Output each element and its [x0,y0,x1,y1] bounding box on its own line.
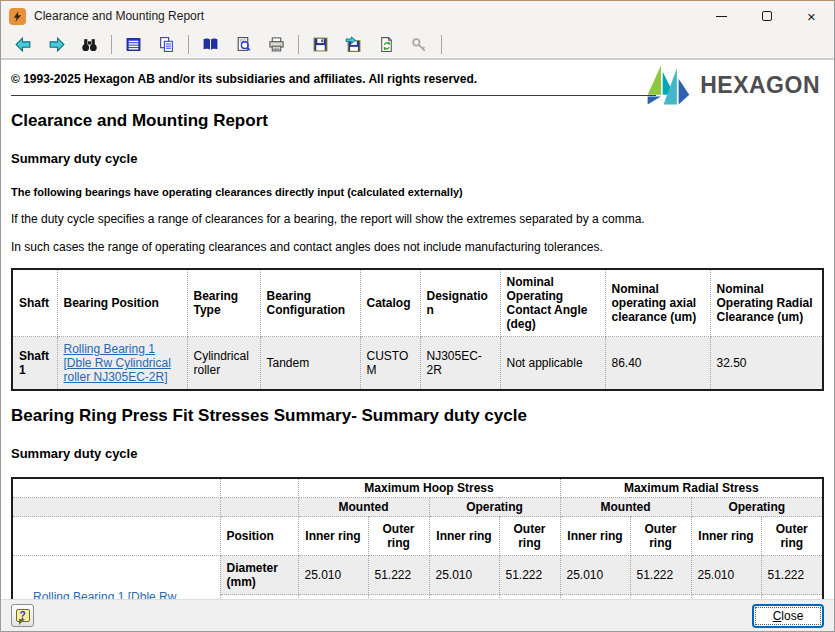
section-heading: Summary duty cycle [11,446,824,461]
diameter-value: 51.222 [630,556,691,595]
save-icon [312,36,329,53]
footer-bar: ? Close [1,599,834,631]
help-icon: ? [16,609,30,622]
titlebar: Clearance and Mounting Report × [1,1,834,31]
bearing-type-cell: Cylindrical roller [187,337,260,391]
book-button[interactable] [197,33,224,57]
shaft-cell: Shaft 1 [12,337,57,391]
toolbar [1,31,834,59]
bearing-link[interactable]: Rolling Bearing 1 [Dble Rw Cylindrical r… [64,342,171,384]
stress-value: -72.254849 [691,595,761,600]
empty-cell [220,498,298,517]
ring-header: Outer ring [499,517,560,556]
diameter-value: 25.010 [298,556,368,595]
diameter-value: 51.222 [499,556,560,595]
stress-value: 0 [368,595,429,600]
section-heading: Summary duty cycle [11,151,824,166]
table-row: Shaft 1 Rolling Bearing 1 [Dble Rw Cylin… [12,337,823,391]
duty-cycle-para-1: If the duty cycle specifies a range of c… [11,212,824,226]
save-button[interactable] [307,33,334,57]
diameter-value: 25.010 [429,556,499,595]
ring-header: Outer ring [630,517,691,556]
diameter-value: 51.222 [761,556,823,595]
save-as-button[interactable] [340,33,367,57]
column-header-row: Position Inner ring Outer ring Inner rin… [12,517,823,556]
hexagon-logo-mark [645,65,691,105]
radial-clearance-cell: 32.50 [710,337,823,391]
column-header: Bearing Configuration [260,269,360,337]
sub-header-row: Mounted Operating Mounted Operating [12,498,823,517]
column-header: Nominal Operating Contact Angle (deg) [500,269,605,337]
hexagon-logo: HEXAGON [645,65,820,105]
report-window: Clearance and Mounting Report × [0,0,835,632]
column-header: Nominal Operating Radial Clearance (um) [710,269,823,337]
stress-value: 0 [630,595,691,600]
close-button[interactable]: Close [752,604,824,628]
ring-header: Inner ring [560,517,630,556]
stress-value: 0 [499,595,560,600]
ring-header: Outer ring [761,517,823,556]
ring-header: Inner ring [691,517,761,556]
minimize-icon [716,16,727,17]
column-header: Bearing Type [187,269,260,337]
help-button[interactable]: ? [11,604,34,627]
find-button[interactable] [76,33,103,57]
copy-button[interactable] [153,33,180,57]
close-icon: × [807,9,816,24]
print-button[interactable] [263,33,290,57]
refresh-page-icon [378,36,395,53]
group-header: Maximum Radial Stress [560,478,823,498]
stress-value: 235.003553 [429,595,499,600]
hexagon-logo-text: HEXAGON [700,72,820,99]
copy-icon [158,36,175,53]
table-header-row: Shaft Bearing Position Bearing Type Bear… [12,269,823,337]
close-window-button[interactable]: × [789,1,834,31]
row-label: Stress (MPa) [220,595,298,600]
position-header: Position [220,517,298,556]
duty-cycle-para-2: In such cases the range of operating cle… [11,240,824,254]
printer-icon [268,36,285,53]
forward-button[interactable] [43,33,70,57]
print-preview-button[interactable] [230,33,257,57]
window-controls: × [699,1,834,31]
back-button[interactable] [10,33,37,57]
toolbar-separator [441,35,442,54]
contact-angle-cell: Not applicable [500,337,605,391]
bearing-link[interactable]: Rolling Bearing 1 [Dble Rw Cylindrical r… [33,590,196,599]
maximize-icon [762,11,772,21]
question-mark-glyph: ? [19,611,25,621]
contents-icon [125,36,142,53]
print-preview-icon [235,36,252,53]
sub-header: Operating [429,498,560,517]
save-as-icon [345,36,362,53]
bearing-position-cell: Rolling Bearing 1 [Dble Rw Cylindrical r… [57,337,187,391]
copyright-notice: © 1993-2025 Hexagon AB and/or its subsid… [11,68,656,96]
stress-value: -72.254849 [560,595,630,600]
toolbar-separator [111,35,112,54]
stress-value: 235.003553 [298,595,368,600]
press-fit-stresses-table: Maximum Hoop Stress Maximum Radial Stres… [11,477,824,599]
ring-header: Inner ring [298,517,368,556]
options-button[interactable] [406,33,433,57]
press-fit-title: Bearing Ring Press Fit Stresses Summary-… [11,406,824,426]
minimize-button[interactable] [699,1,744,31]
diameter-value: 51.222 [368,556,429,595]
forward-icon [48,36,65,53]
toolbar-separator [188,35,189,54]
group-header: Maximum Hoop Stress [298,478,560,498]
column-header: Nominal operating axial clearance (um) [605,269,710,337]
clearance-note: The following bearings have operating cl… [11,186,824,198]
maximize-button[interactable] [744,1,789,31]
column-header: Shaft [12,269,57,337]
empty-cell [12,498,220,517]
bearing-position-cell: Rolling Bearing 1 [Dble Rw Cylindrical r… [12,556,220,600]
contents-button[interactable] [120,33,147,57]
diameter-value: 25.010 [691,556,761,595]
ring-header: Inner ring [429,517,499,556]
empty-cell [12,478,220,498]
column-header: Catalog [360,269,420,337]
sub-header: Operating [691,498,823,517]
axial-clearance-cell: 86.40 [605,337,710,391]
stress-value: 0 [761,595,823,600]
refresh-button[interactable] [373,33,400,57]
